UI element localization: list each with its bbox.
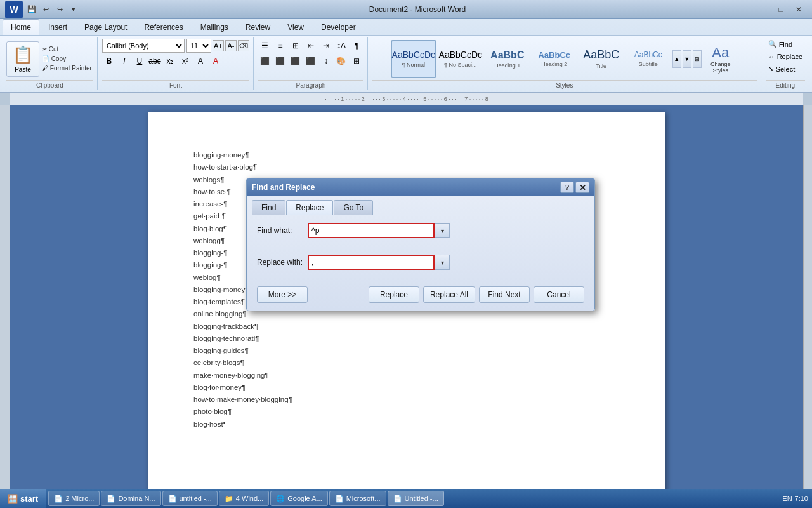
style-no-spacing-preview: AaBbCcDc <box>439 50 482 60</box>
find-label: Find what: <box>257 226 308 235</box>
find-next-btn[interactable]: Find Next <box>479 286 530 303</box>
taskbar-item-label-6: Untitled -... <box>405 495 438 502</box>
dialog-close-btn[interactable]: ✕ <box>575 182 589 193</box>
para-group-content: ☰ ≡ ⊞ ⇤ ⇥ ↕A ¶ ⬛ ⬛ ⬛ ⬛ ↕ 🎨 ⊞ <box>258 37 363 80</box>
minimize-btn[interactable]: ─ <box>755 3 771 16</box>
format-painter-button[interactable]: 🖌 Format Painter <box>41 64 93 72</box>
borders-button[interactable]: ⊞ <box>350 54 363 68</box>
dialog-title-bar: Find and Replace ? ✕ <box>247 178 594 196</box>
align-center-button[interactable]: ⬛ <box>273 54 287 68</box>
superscript-button[interactable]: x² <box>178 54 192 68</box>
font-size-select[interactable]: 11 <box>186 39 211 53</box>
taskbar-item-0[interactable]: 📄 2 Micro... <box>48 491 100 506</box>
dialog-tab-goto[interactable]: Go To <box>334 200 373 215</box>
shading-button[interactable]: 🎨 <box>334 54 348 68</box>
replace-input[interactable] <box>308 255 435 270</box>
paragraph-label: Paragraph <box>258 80 363 90</box>
undo-quick-btn[interactable]: ↩ <box>39 3 52 16</box>
styles-expand[interactable]: ⊞ <box>693 50 702 68</box>
line-spacing-button[interactable]: ↕ <box>319 54 333 68</box>
close-btn[interactable]: ✕ <box>790 3 807 16</box>
style-title[interactable]: AaBbC Title <box>579 40 624 78</box>
start-button[interactable]: 🪟 start <box>0 489 46 508</box>
tab-home[interactable]: Home <box>3 19 39 35</box>
sort-button[interactable]: ↕A <box>334 39 348 53</box>
tab-references[interactable]: References <box>136 19 191 35</box>
bold-button[interactable]: B <box>102 54 116 68</box>
tab-insert[interactable]: Insert <box>40 19 75 35</box>
para-marks-button[interactable]: ¶ <box>350 39 363 53</box>
redo-quick-btn[interactable]: ↪ <box>53 3 66 16</box>
justify-button[interactable]: ⬛ <box>304 54 318 68</box>
styles-scroll-up[interactable]: ▲ <box>672 50 681 68</box>
taskbar-item-label-3: 4 Wind... <box>236 495 263 502</box>
select-label: Select <box>776 65 796 73</box>
font-name-select[interactable]: Calibri (Body) <box>102 39 185 53</box>
underline-button[interactable]: U <box>133 54 147 68</box>
font-group-content: Calibri (Body) 11 A+ A- ⌫ B I U abc x₂ x… <box>102 37 249 80</box>
numbering-button[interactable]: ≡ <box>273 39 287 53</box>
taskbar-item-4[interactable]: 🌐 Google A... <box>270 491 327 506</box>
taskbar-item-6[interactable]: 📄 Untitled -... <box>388 491 444 506</box>
font-group: Calibri (Body) 11 A+ A- ⌫ B I U abc x₂ x… <box>98 37 254 90</box>
decrease-indent-button[interactable]: ⇤ <box>304 39 318 53</box>
save-quick-btn[interactable]: 💾 <box>25 3 38 16</box>
tab-view[interactable]: View <box>279 19 312 35</box>
tab-review[interactable]: Review <box>237 19 278 35</box>
taskbar-item-icon-5: 📄 <box>335 495 344 503</box>
align-left-button[interactable]: ⬛ <box>258 54 272 68</box>
strikethrough-button[interactable]: abc <box>148 54 162 68</box>
styles-gallery: AaBbCcDc ¶ Normal AaBbCcDc ¶ No Spaci...… <box>391 37 738 80</box>
increase-indent-button[interactable]: ⇥ <box>319 39 333 53</box>
customize-quick-btn[interactable]: ▾ <box>67 3 80 16</box>
tab-developer[interactable]: Developer <box>313 19 364 35</box>
multilevel-button[interactable]: ⊞ <box>289 39 303 53</box>
style-subtitle[interactable]: AaBbCc Subtitle <box>625 40 671 78</box>
tab-page-layout[interactable]: Page Layout <box>76 19 135 35</box>
align-right-button[interactable]: ⬛ <box>289 54 303 68</box>
find-dropdown-btn[interactable]: ▾ <box>435 223 450 238</box>
font-color-button[interactable]: A <box>209 54 223 68</box>
cut-button[interactable]: ✂ Cut <box>41 45 93 53</box>
replace-btn[interactable]: Replace <box>369 286 419 303</box>
copy-button[interactable]: 📄 Copy <box>41 55 93 63</box>
find-input[interactable] <box>308 223 435 238</box>
taskbar-item-1[interactable]: 📄 Domina N... <box>101 491 160 506</box>
replace-all-btn[interactable]: Replace All <box>423 286 475 303</box>
taskbar-item-2[interactable]: 📄 untitled -... <box>162 491 218 506</box>
tab-mailings[interactable]: Mailings <box>192 19 237 35</box>
replace-icon: ↔ <box>768 53 775 60</box>
style-no-spacing[interactable]: AaBbCcDc ¶ No Spaci... <box>438 40 483 78</box>
italic-button[interactable]: I <box>117 54 131 68</box>
restore-btn[interactable]: □ <box>773 3 789 16</box>
clear-format-btn[interactable]: ⌫ <box>238 40 249 51</box>
style-normal[interactable]: AaBbCcDc ¶ Normal <box>391 40 436 78</box>
style-heading2[interactable]: AaBbCc Heading 2 <box>532 40 577 78</box>
replace-button[interactable]: ↔ Replace <box>766 51 805 62</box>
word-icon: W <box>5 1 23 18</box>
dialog-tab-find[interactable]: Find <box>252 200 285 215</box>
replace-dropdown-btn[interactable]: ▾ <box>435 255 450 270</box>
font-size-decrease-btn[interactable]: A- <box>225 40 237 51</box>
font-size-increase-btn[interactable]: A+ <box>213 40 224 51</box>
text-highlight-button[interactable]: A <box>193 54 207 68</box>
styles-scroll-down[interactable]: ▼ <box>683 50 691 68</box>
font-label: Font <box>102 80 249 90</box>
more-btn[interactable]: More >> <box>257 286 308 303</box>
cancel-btn[interactable]: Cancel <box>534 286 584 303</box>
change-styles-button[interactable]: Aa Change Styles <box>703 43 738 76</box>
paste-button[interactable]: 📋 Paste <box>6 41 39 77</box>
find-button[interactable]: 🔍 Find <box>766 39 805 50</box>
find-replace-dialog[interactable]: Find and Replace ? ✕ Find Replace Go To … <box>246 178 595 311</box>
ruler-right-corner <box>803 93 812 105</box>
subscript-button[interactable]: x₂ <box>163 54 177 68</box>
select-button[interactable]: ↘ Select <box>766 64 805 74</box>
ruler-vertical-right <box>803 105 812 505</box>
taskbar-item-5[interactable]: 📄 Microsoft... <box>329 491 386 506</box>
style-heading1[interactable]: AaBbC Heading 1 <box>485 40 530 78</box>
dialog-tab-replace[interactable]: Replace <box>286 200 333 215</box>
taskbar-item-3[interactable]: 📁 4 Wind... <box>219 491 269 506</box>
dialog-help-btn[interactable]: ? <box>560 182 574 193</box>
taskbar-item-label-2: untitled -... <box>180 495 212 502</box>
bullets-button[interactable]: ☰ <box>258 39 272 53</box>
